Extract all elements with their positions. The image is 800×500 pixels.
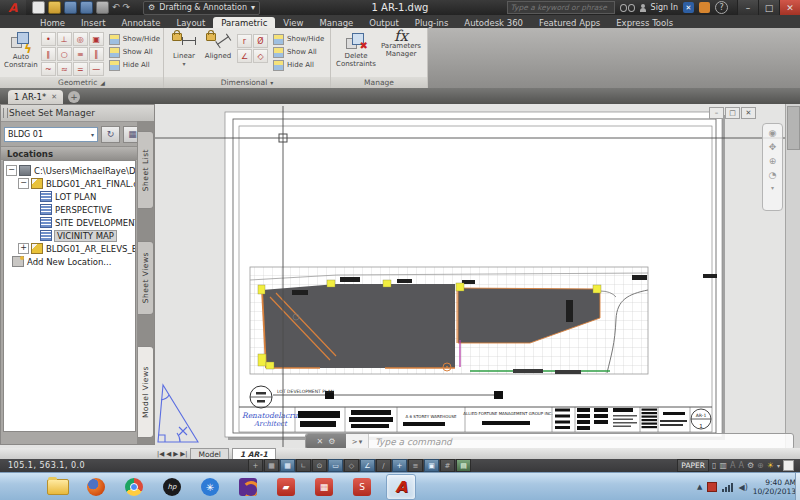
diameter-constraint-icon[interactable]: Ø — [253, 34, 268, 48]
undo-icon[interactable]: ↶ — [112, 2, 120, 13]
geo-show-all-button[interactable]: Show All — [109, 46, 160, 58]
tree-item-dwg[interactable]: − BLDG01_AR1_FINAL.dwg — [4, 177, 135, 190]
steering-wheel-icon[interactable]: ◉ — [769, 128, 777, 138]
close-button[interactable]: ✕ — [779, 0, 800, 15]
tab-layout[interactable]: Layout — [168, 17, 213, 28]
tab-view[interactable]: View — [275, 17, 311, 28]
dim-show-hide-button[interactable]: Show/Hide — [273, 33, 324, 45]
coincident-constraint-icon[interactable]: • — [41, 32, 56, 46]
clean-screen-button[interactable] — [783, 460, 794, 471]
maximize-button[interactable]: □ — [758, 0, 779, 15]
last-layout-icon[interactable]: ▶| — [180, 450, 187, 458]
doc-minimize-button[interactable]: – — [709, 107, 724, 119]
tray-app-icon[interactable] — [707, 482, 717, 492]
annotation-scale-icon[interactable]: A — [738, 461, 743, 470]
tab-autodesk360[interactable]: Autodesk 360 — [456, 17, 531, 28]
scrollbar-thumb[interactable] — [787, 106, 800, 150]
new-tab-button[interactable]: + — [68, 91, 80, 103]
search-input[interactable] — [507, 1, 615, 14]
pan-icon[interactable]: ✥ — [769, 142, 777, 152]
file-tab-current[interactable]: 1 AR-1* ✕ — [8, 90, 63, 104]
plot-icon[interactable] — [96, 1, 109, 14]
exchange-apps-icon[interactable]: ✕ — [683, 2, 694, 13]
isolate-objects-icon[interactable]: ☀ — [767, 461, 774, 470]
open-file-icon[interactable] — [48, 1, 61, 14]
parameters-manager-button[interactable]: fx Parameters Manager — [378, 30, 424, 58]
workspace-gear-icon[interactable]: ⚙ — [747, 461, 754, 470]
palette-grip[interactable] — [3, 108, 8, 118]
palette-title-bar[interactable]: Sheet Set Manager — [1, 105, 154, 122]
dim-show-all-button[interactable]: Show All — [273, 46, 324, 58]
dynamic-ucs-toggle[interactable]: / — [376, 459, 391, 472]
tab-plugins[interactable]: Plug-ins — [407, 17, 457, 28]
parallel-constraint-icon[interactable]: ∥ — [41, 47, 56, 61]
sign-in-button[interactable]: Sign In — [651, 3, 678, 12]
tab-home[interactable]: Home — [32, 17, 73, 28]
smooth-constraint-icon[interactable]: ~ — [41, 62, 56, 76]
command-close-icon[interactable]: ✕ — [317, 437, 324, 446]
horizontal-constraint-icon[interactable]: — — [89, 62, 104, 76]
quick-properties-toggle[interactable]: # — [440, 459, 455, 472]
taskbar-firefox-icon[interactable] — [82, 475, 110, 499]
auto-constrain-button[interactable]: ϟ Auto Constrain — [3, 30, 39, 69]
linear-dimension-button[interactable]: Linear ▾ — [167, 30, 201, 67]
vertical-scrollbar[interactable] — [785, 104, 800, 448]
workspace-dropdown[interactable]: ⚙ Drafting & Annotation ▾ — [143, 1, 260, 15]
object-snap-tracking-toggle[interactable]: ∠ — [360, 459, 375, 472]
drawing-canvas[interactable]: LOT DEVELOPMENT PLAN Renatodelacruz Arch… — [155, 104, 800, 448]
dimensional-panel-label[interactable]: Dimensional▾ — [164, 77, 330, 88]
redo-icon[interactable]: ↷ — [123, 2, 131, 13]
minimize-button[interactable]: – — [737, 0, 758, 15]
ortho-mode-toggle[interactable]: ∟ — [296, 459, 311, 472]
tab-manage[interactable]: Manage — [312, 17, 362, 28]
collinear-constraint-icon[interactable]: ≡ — [73, 47, 88, 61]
object-snap-toggle[interactable]: ▭ — [328, 459, 343, 472]
concentric-constraint-icon[interactable]: ◎ — [73, 32, 88, 46]
lineweight-toggle[interactable]: ≡ — [408, 459, 423, 472]
chevron-down-icon[interactable]: ▾ — [359, 438, 363, 446]
snap-mode-toggle[interactable]: ▦ — [264, 459, 279, 472]
app-menu-button[interactable]: A — [0, 0, 26, 15]
prev-layout-icon[interactable]: ◀ — [166, 450, 171, 458]
tree-item-perspective[interactable]: PERSPECTIVE — [4, 203, 135, 216]
command-input[interactable]: Type a command — [369, 434, 793, 449]
taskbar-y-app-icon[interactable]: ✳ — [196, 475, 224, 499]
sheet-set-dropdown[interactable]: BLDG 01 ▾ — [4, 127, 98, 142]
taskbar-hp-icon[interactable]: hp — [158, 475, 186, 499]
taskbar-explorer-icon[interactable] — [44, 475, 72, 499]
taskbar-chrome-icon[interactable] — [120, 475, 148, 499]
toolbar-lock-icon[interactable]: ⊕ — [757, 461, 764, 470]
volume-icon[interactable]: ◀) — [738, 483, 747, 492]
selection-cycling-toggle[interactable]: ▤ — [456, 459, 471, 472]
app-store-icon[interactable] — [699, 2, 710, 13]
tab-model-views[interactable]: Model Views — [138, 346, 154, 438]
symmetric-constraint-icon[interactable]: ≈ — [57, 62, 72, 76]
dialog-launcher-icon[interactable]: ◢ — [100, 79, 105, 86]
first-layout-icon[interactable]: |◀ — [157, 450, 164, 458]
model-tab[interactable]: Model — [190, 448, 229, 460]
save-as-icon[interactable] — [80, 1, 93, 14]
chevron-down-icon[interactable]: ▾ — [771, 184, 774, 191]
delete-constraints-button[interactable]: ✖ Delete Constraints — [334, 30, 378, 68]
tab-sheet-views[interactable]: Sheet Views — [138, 241, 154, 315]
tab-close-icon[interactable]: ✕ — [51, 93, 57, 101]
geometric-panel-label[interactable]: Geometric◢ — [0, 77, 163, 88]
tree-item-lot-plan[interactable]: LOT PLAN — [4, 190, 135, 203]
layout1-tab[interactable]: 1 AR-1 — [232, 448, 276, 460]
vertical-constraint-icon[interactable]: ‖ — [89, 47, 104, 61]
tree-item-elevs-dwg[interactable]: + BLDG01_AR_ELEVS_ECTIO — [4, 242, 135, 255]
taskbar-clock[interactable]: 9:40 AM 10/20/2013 — [753, 478, 796, 496]
doc-restore-button[interactable]: □ — [725, 107, 740, 119]
new-file-icon[interactable] — [32, 1, 45, 14]
3d-object-snap-toggle[interactable]: ◇ — [344, 459, 359, 472]
tab-featured-apps[interactable]: Featured Apps — [531, 17, 608, 28]
radius-constraint-icon[interactable]: r — [237, 34, 252, 48]
tray-expand-icon[interactable]: ▲ — [697, 483, 702, 491]
annotation-visibility-icon[interactable]: A — [730, 461, 735, 470]
tree-item-site-development[interactable]: SITE DEVELOPMENT PL — [4, 216, 135, 229]
angular-constraint-icon[interactable]: ∠ — [237, 49, 252, 63]
equal-constraint-icon[interactable]: = — [73, 62, 88, 76]
tab-parametric[interactable]: Parametric — [213, 17, 275, 28]
paper-space-button[interactable]: PAPER — [677, 459, 709, 472]
collapse-icon[interactable]: − — [6, 165, 17, 176]
